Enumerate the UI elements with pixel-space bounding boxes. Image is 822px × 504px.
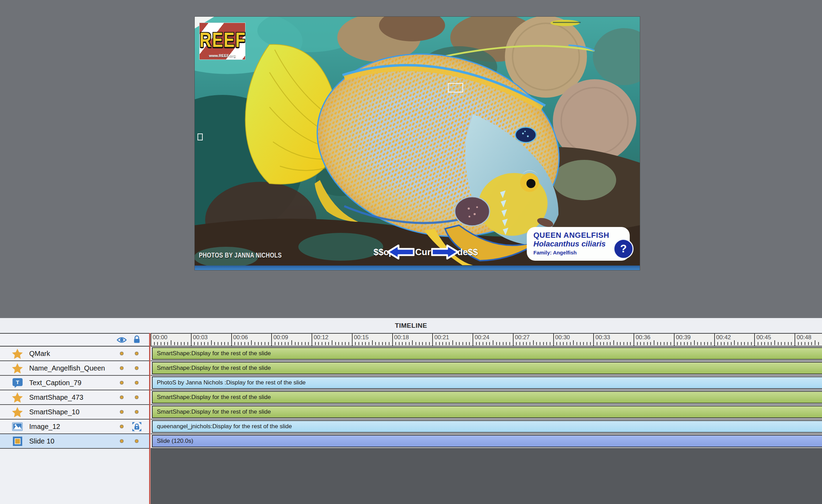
timeline-layer-row-smartshape-10[interactable]: SmartShape_10SmartShape:Display for the … <box>0 405 822 420</box>
layer-name-cell[interactable]: SmartShape_10 <box>0 405 150 419</box>
ruler-minor-tick <box>154 342 155 345</box>
ruler-minor-tick <box>419 342 420 345</box>
timeline-object-bar[interactable]: SmartShape:Display for the rest of the s… <box>152 391 822 404</box>
ruler-minor-tick <box>285 342 285 345</box>
ruler-major-tick <box>714 334 715 346</box>
visibility-dot[interactable] <box>120 410 124 414</box>
ruler-major-tick <box>432 334 433 346</box>
ruler-minor-tick <box>489 342 490 345</box>
layer-name-cell[interactable]: SmartShape_473 <box>0 390 150 404</box>
ruler-minor-tick <box>385 342 386 345</box>
ruler-minor-tick <box>811 342 812 345</box>
timeline-layer-row-name-angelfish-queen[interactable]: Name_Angelfish_QueenSmartShape:Display f… <box>0 361 822 376</box>
lock-dot[interactable] <box>135 381 139 385</box>
ruler-minor-tick <box>241 342 242 345</box>
timeline-layer-row-qmark[interactable]: QMarkSmartShape:Display for the rest of … <box>0 347 822 361</box>
lock-dot[interactable] <box>135 396 139 399</box>
ruler-minor-tick <box>506 342 507 345</box>
selection-handle-rect[interactable] <box>448 83 463 92</box>
ruler-minor-tick <box>462 342 463 345</box>
lock-dot[interactable] <box>135 410 139 414</box>
ruler-minor-tick <box>748 342 748 345</box>
ruler-minor-tick <box>657 342 658 345</box>
next-arrow-shape[interactable] <box>431 244 459 260</box>
visibility-dot[interactable] <box>120 425 124 429</box>
timeline-object-bar[interactable]: SmartShape:Display for the rest of the s… <box>152 347 822 360</box>
layer-track: SmartShape:Display for the rest of the s… <box>150 347 822 360</box>
ruler-minor-tick <box>234 342 235 345</box>
lock-dot[interactable] <box>135 352 139 356</box>
back-arrow-shape[interactable] <box>387 244 414 260</box>
ruler-minor-tick <box>375 342 376 345</box>
selection-handle-rect-small[interactable] <box>198 133 203 140</box>
timeline-layer-row-image-12[interactable]: Image_12queenangel_jnichols:Display for … <box>0 420 822 434</box>
ruler-minor-tick <box>815 340 815 345</box>
ruler-major-tick <box>392 334 393 346</box>
timeline-layer-row-smartshape-473[interactable]: SmartShape_473SmartShape:Display for the… <box>0 390 822 405</box>
ruler-minor-tick <box>167 342 168 345</box>
ruler-minor-tick <box>201 342 202 345</box>
visibility-dot[interactable] <box>120 381 124 385</box>
ruler-minor-tick <box>556 342 557 345</box>
visibility-dot[interactable] <box>120 439 124 443</box>
eye-icon[interactable] <box>117 336 127 345</box>
ruler-minor-tick <box>560 342 561 345</box>
ruler-time-label: 00:30 <box>555 334 570 341</box>
timeline-layer-row-slide-10[interactable]: Slide 10Slide (120.0s) <box>0 434 822 449</box>
question-mark-button[interactable]: ? <box>613 239 634 259</box>
ruler-minor-tick <box>731 342 732 345</box>
ruler-minor-tick <box>627 342 628 345</box>
layer-name-cell[interactable]: Slide 10 <box>0 434 150 448</box>
ruler-minor-tick <box>308 342 309 345</box>
ruler-time-label: 00:21 <box>434 334 449 341</box>
layer-name-cell[interactable]: TText_Caption_79 <box>0 376 150 390</box>
timeline-object-bar[interactable]: PhotoS by Janna Nichols :Display for the… <box>152 376 822 389</box>
timeline-ruler[interactable]: 00:0000:0300:0600:0900:1200:1500:1800:21… <box>150 334 822 346</box>
slide-counter-group[interactable]: $$cp Curren de$$ <box>373 243 481 261</box>
ruler-minor-tick <box>298 342 299 345</box>
layer-name-cell[interactable]: Image_12 <box>0 420 150 433</box>
ruler-minor-tick <box>644 342 644 345</box>
ruler-minor-tick <box>399 342 400 345</box>
photo-credit-caption[interactable]: PHOTOS BY JANNA NICHOLS <box>199 251 282 259</box>
ruler-minor-tick <box>727 342 728 345</box>
layer-name-label: Slide 10 <box>29 434 54 448</box>
layer-name-cell[interactable]: Name_Angelfish_Queen <box>0 361 150 375</box>
ruler-minor-tick <box>436 342 436 345</box>
size-lock-icon[interactable] <box>131 421 142 432</box>
ruler-minor-tick <box>660 342 661 345</box>
lock-dot[interactable] <box>135 439 139 443</box>
playhead[interactable] <box>149 333 151 504</box>
timeline-layer-row-text-caption-79[interactable]: TText_Caption_79PhotoS by Janna Nichols … <box>0 376 822 390</box>
ruler-minor-tick <box>171 340 171 345</box>
reef-logo[interactable]: REEF www.REEF.org <box>199 23 245 60</box>
reef-logo-text: REEF <box>200 28 245 52</box>
ruler-minor-tick <box>382 342 383 345</box>
ruler-minor-tick <box>194 342 195 345</box>
ruler-minor-tick <box>691 342 691 345</box>
ruler-minor-tick <box>416 342 416 345</box>
ruler-time-label: 00:48 <box>797 334 812 341</box>
ruler-minor-tick <box>365 342 366 345</box>
visibility-dot[interactable] <box>120 352 124 356</box>
ruler-minor-tick <box>459 342 460 345</box>
timeline-object-bar[interactable]: SmartShape:Display for the rest of the s… <box>152 406 822 418</box>
slide-stage[interactable]: REEF www.REEF.org PHOTOS BY JANNA NICHOL… <box>195 17 640 270</box>
timeline-object-bar[interactable]: queenangel_jnichols:Display for the rest… <box>152 420 822 433</box>
lock-icon[interactable] <box>134 335 140 345</box>
stage-canvas[interactable]: REEF www.REEF.org PHOTOS BY JANNA NICHOL… <box>0 0 822 318</box>
timeline-object-bar[interactable]: SmartShape:Display for the rest of the s… <box>152 362 822 374</box>
ruler-minor-tick <box>543 342 544 345</box>
lock-dot[interactable] <box>135 366 139 370</box>
ruler-time-label: 00:18 <box>394 334 409 341</box>
counter-text-right[interactable]: de$$ <box>457 247 478 258</box>
ruler-minor-tick <box>177 342 178 345</box>
visibility-dot[interactable] <box>120 366 124 370</box>
layer-name-cell[interactable]: QMark <box>0 347 150 360</box>
timeline-object-bar[interactable]: Slide (120.0s) <box>152 435 822 447</box>
timeline-titlebar[interactable]: TIMELINE <box>0 318 822 333</box>
visibility-dot[interactable] <box>120 396 124 399</box>
ruler-minor-tick <box>208 342 208 345</box>
ruler-minor-tick <box>566 342 567 345</box>
ruler-minor-tick <box>251 340 252 345</box>
